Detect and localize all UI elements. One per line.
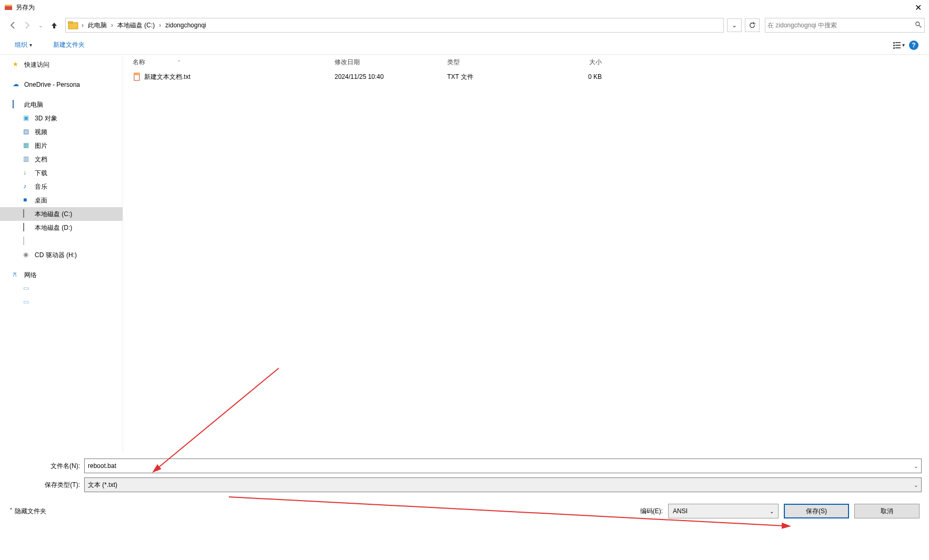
list-view-icon <box>893 41 901 49</box>
chevron-down-icon[interactable]: ⌄ <box>770 508 774 514</box>
sidebar-label: OneDrive - Persona <box>24 81 80 88</box>
file-date: 2024/11/25 10:40 <box>335 73 447 80</box>
chevron-right-icon: › <box>110 22 114 29</box>
sidebar: ★ 快速访问 ☁ OneDrive - Persona 此电脑 ▣3D 对象 ▤… <box>0 55 123 454</box>
breadcrumb-pc[interactable]: 此电脑 <box>85 20 110 31</box>
sidebar-cd-drive[interactable]: ◉CD 驱动器 (H:) <box>0 248 123 262</box>
back-button[interactable] <box>7 19 19 31</box>
sidebar-this-pc[interactable]: 此电脑 <box>0 98 123 111</box>
folder-icon <box>68 20 78 30</box>
up-button[interactable] <box>48 19 60 31</box>
sidebar-label: 音乐 <box>35 182 47 191</box>
hide-folders-label: 隐藏文件夹 <box>15 507 46 516</box>
filename-input[interactable]: reboot.bat ⌄ <box>84 459 922 473</box>
cancel-button[interactable]: 取消 <box>854 504 920 518</box>
recent-dropdown[interactable]: ⌄ <box>35 19 46 31</box>
sidebar-net-pc1[interactable]: ▭ <box>0 282 123 296</box>
svg-rect-11 <box>895 47 901 48</box>
filename-label: 文件名(N): <box>7 462 84 471</box>
svg-rect-7 <box>895 42 901 43</box>
video-icon: ▤ <box>23 128 32 136</box>
drive-icon <box>23 210 32 218</box>
search-input[interactable]: 在 zidongchognqi 中搜索 <box>765 18 925 33</box>
picture-icon: ▦ <box>23 141 32 150</box>
svg-rect-6 <box>893 42 895 44</box>
sidebar-pictures[interactable]: ▦图片 <box>0 139 123 152</box>
sidebar-label: 本地磁盘 (C:) <box>35 210 72 219</box>
titlebar: 另存为 ✕ <box>0 0 929 15</box>
sidebar-blank[interactable] <box>0 235 123 248</box>
filetype-label: 保存类型(T): <box>7 481 84 490</box>
music-icon: ♪ <box>23 182 32 191</box>
breadcrumb-folder[interactable]: zidongchognqi <box>162 21 209 30</box>
encoding-value: ANSI <box>673 507 688 515</box>
organize-label: 组织 <box>15 40 27 49</box>
filetype-select[interactable]: 文本 (*.txt) ⌄ <box>84 477 922 492</box>
network-icon: ⚻ <box>13 271 21 279</box>
svg-rect-2 <box>68 23 78 29</box>
disc-icon: ◉ <box>23 251 32 259</box>
search-icon <box>915 21 922 30</box>
close-button[interactable]: ✕ <box>912 2 925 14</box>
svg-line-5 <box>919 25 921 27</box>
file-type: TXT 文件 <box>447 73 539 82</box>
sidebar-downloads[interactable]: ↓下载 <box>0 166 123 180</box>
cube-icon: ▣ <box>23 114 32 123</box>
drive-icon <box>23 237 32 246</box>
chevron-right-icon: › <box>158 22 162 29</box>
save-button[interactable]: 保存(S) <box>784 504 849 518</box>
sidebar-label: 快速访问 <box>24 60 49 69</box>
search-placeholder: 在 zidongchognqi 中搜索 <box>768 21 837 30</box>
view-button[interactable]: ▾ <box>893 41 905 49</box>
chevron-down-icon: ▾ <box>29 42 32 48</box>
sidebar-documents[interactable]: ▥文档 <box>0 152 123 166</box>
sidebar-label: 此电脑 <box>24 100 43 109</box>
star-icon: ★ <box>13 60 21 69</box>
chevron-down-icon[interactable]: ⌄ <box>914 463 918 469</box>
svg-point-4 <box>916 22 920 25</box>
chevron-up-icon: ˄ <box>9 507 13 515</box>
address-bar[interactable]: › 此电脑 › 本地磁盘 (C:) › zidongchognqi <box>65 18 724 33</box>
chevron-down-icon[interactable]: ⌄ <box>914 482 918 488</box>
download-icon: ↓ <box>23 169 32 177</box>
sidebar-quick-access[interactable]: ★ 快速访问 <box>0 58 123 72</box>
sidebar-label: 下载 <box>35 169 47 178</box>
forward-button[interactable] <box>21 19 33 31</box>
svg-rect-8 <box>893 45 895 46</box>
column-type[interactable]: 类型 <box>447 58 539 67</box>
file-row[interactable]: 新建文本文档.txt 2024/11/25 10:40 TXT 文件 0 KB <box>123 69 929 84</box>
encoding-label: 编码(E): <box>640 507 663 516</box>
sidebar-label: CD 驱动器 (H:) <box>35 251 77 260</box>
sidebar-3d-objects[interactable]: ▣3D 对象 <box>0 111 123 125</box>
refresh-button[interactable] <box>745 18 760 32</box>
encoding-select[interactable]: ANSI ⌄ <box>668 504 779 518</box>
column-date[interactable]: 修改日期 <box>335 58 447 67</box>
sidebar-onedrive[interactable]: ☁ OneDrive - Persona <box>0 78 123 91</box>
organize-button[interactable]: 组织 ▾ <box>11 38 36 52</box>
pc-icon: ▭ <box>23 298 32 307</box>
sidebar-videos[interactable]: ▤视频 <box>0 125 123 139</box>
monitor-icon <box>13 100 21 109</box>
sidebar-drive-d[interactable]: 本地磁盘 (D:) <box>0 221 123 235</box>
column-name[interactable]: 名称⌃ <box>133 58 335 67</box>
chevron-right-icon: › <box>80 22 85 29</box>
breadcrumb-drive[interactable]: 本地磁盘 (C:) <box>114 20 158 31</box>
desktop-icon: ■ <box>23 196 32 205</box>
column-size[interactable]: 大小 <box>539 58 602 67</box>
address-dropdown[interactable]: ⌄ <box>727 18 742 32</box>
svg-rect-1 <box>5 5 12 6</box>
sidebar-network[interactable]: ⚻ 网络 <box>0 268 123 282</box>
file-list: 名称⌃ 修改日期 类型 大小 新建文本文档.txt 2024/11/25 10:… <box>123 55 929 454</box>
newfolder-button[interactable]: 新建文件夹 <box>49 38 89 52</box>
sidebar-music[interactable]: ♪音乐 <box>0 180 123 194</box>
filename-value: reboot.bat <box>88 462 116 470</box>
column-headers: 名称⌃ 修改日期 类型 大小 <box>123 55 929 69</box>
help-button[interactable]: ? <box>909 40 918 50</box>
chevron-down-icon: ▾ <box>902 42 905 48</box>
sidebar-desktop[interactable]: ■桌面 <box>0 194 123 207</box>
sidebar-drive-c[interactable]: 本地磁盘 (C:) <box>0 207 123 221</box>
sidebar-net-pc2[interactable]: ▭ <box>0 296 123 309</box>
hide-folders-toggle[interactable]: ˄ 隐藏文件夹 <box>9 507 46 516</box>
sidebar-label: 网络 <box>24 271 37 280</box>
svg-rect-3 <box>68 22 73 23</box>
